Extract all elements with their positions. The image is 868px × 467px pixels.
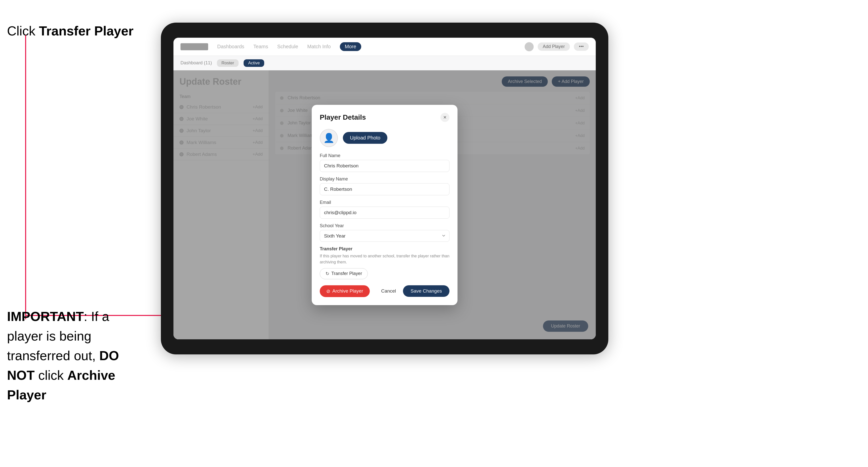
tablet-screen: Dashboards Teams Schedule Match Info Mor… — [174, 38, 596, 339]
display-name-label: Display Name — [320, 177, 450, 182]
main-content: Update Roster Team Chris Robertson +Add … — [174, 70, 596, 339]
nav-item-matchinfo[interactable]: Match Info — [307, 44, 331, 50]
display-name-input[interactable] — [320, 183, 450, 195]
email-label: Email — [320, 200, 450, 205]
header-right: Add Player ••• — [525, 42, 589, 51]
transfer-player-button[interactable]: ↻ Transfer Player — [320, 268, 368, 279]
transfer-section: Transfer Player If this player has moved… — [320, 246, 450, 279]
important-label: IMPORTANT — [7, 309, 84, 324]
cancel-button[interactable]: Cancel — [376, 285, 401, 297]
modal-footer-right: Cancel Save Changes — [376, 285, 450, 297]
transfer-btn-label: Transfer Player — [331, 271, 362, 276]
nav-item-dashboards[interactable]: Dashboards — [217, 44, 244, 50]
transfer-section-description: If this player has moved to another scho… — [320, 253, 450, 265]
email-group: Email — [320, 200, 450, 219]
add-player-header-btn[interactable]: Add Player — [538, 42, 570, 51]
nav-item-teams[interactable]: Teams — [253, 44, 268, 50]
archive-icon: ⊘ — [326, 288, 330, 294]
transfer-section-title: Transfer Player — [320, 246, 450, 252]
archive-btn-label: Archive Player — [332, 288, 363, 294]
photo-row: 👤 Upload Photo — [320, 129, 450, 147]
instruction-prefix: Click — [7, 24, 39, 38]
instruction-bottom: IMPORTANT: If a player is being transfer… — [7, 307, 148, 405]
close-icon: × — [443, 114, 447, 121]
full-name-label: Full Name — [320, 153, 450, 158]
modal-header: Player Details × — [320, 113, 450, 122]
school-year-label: School Year — [320, 223, 450, 228]
sub-tab-active[interactable]: Active — [244, 59, 264, 67]
sub-bar-label: Dashboard (11) — [181, 60, 212, 66]
modal-close-button[interactable]: × — [440, 113, 450, 122]
app-logo — [181, 43, 208, 50]
sub-bar: Dashboard (11) Roster Active — [174, 56, 596, 70]
avatar-circle: 👤 — [320, 129, 338, 147]
modal-title: Player Details — [320, 113, 366, 121]
modal-overlay: Player Details × 👤 Upload Photo — [174, 70, 596, 339]
upload-photo-button[interactable]: Upload Photo — [343, 132, 388, 144]
instruction-highlight: Transfer Player — [39, 24, 133, 38]
full-name-group: Full Name — [320, 153, 450, 172]
save-changes-button[interactable]: Save Changes — [403, 285, 450, 297]
more-header-btn[interactable]: ••• — [574, 42, 589, 51]
person-icon: 👤 — [323, 133, 335, 143]
nav-item-more[interactable]: More — [340, 42, 362, 51]
player-details-modal: Player Details × 👤 Upload Photo — [312, 105, 458, 305]
annotation-vertical-line — [25, 35, 26, 319]
email-input[interactable] — [320, 207, 450, 219]
app-header: Dashboards Teams Schedule Match Info Mor… — [174, 38, 596, 56]
user-avatar — [525, 42, 534, 51]
sub-tab-roster[interactable]: Roster — [217, 59, 239, 67]
tablet-device: Dashboards Teams Schedule Match Info Mor… — [161, 23, 608, 354]
refresh-icon: ↻ — [326, 271, 329, 277]
nav-item-schedule[interactable]: Schedule — [277, 44, 298, 50]
full-name-input[interactable] — [320, 160, 450, 172]
school-year-select[interactable]: First Year Second Year Third Year Fourth… — [320, 230, 450, 242]
display-name-group: Display Name — [320, 177, 450, 195]
instruction-text2: click — [35, 368, 67, 382]
school-year-group: School Year First Year Second Year Third… — [320, 223, 450, 242]
archive-player-button[interactable]: ⊘ Archive Player — [320, 285, 370, 297]
modal-footer: ⊘ Archive Player Cancel Save Changes — [320, 285, 450, 297]
